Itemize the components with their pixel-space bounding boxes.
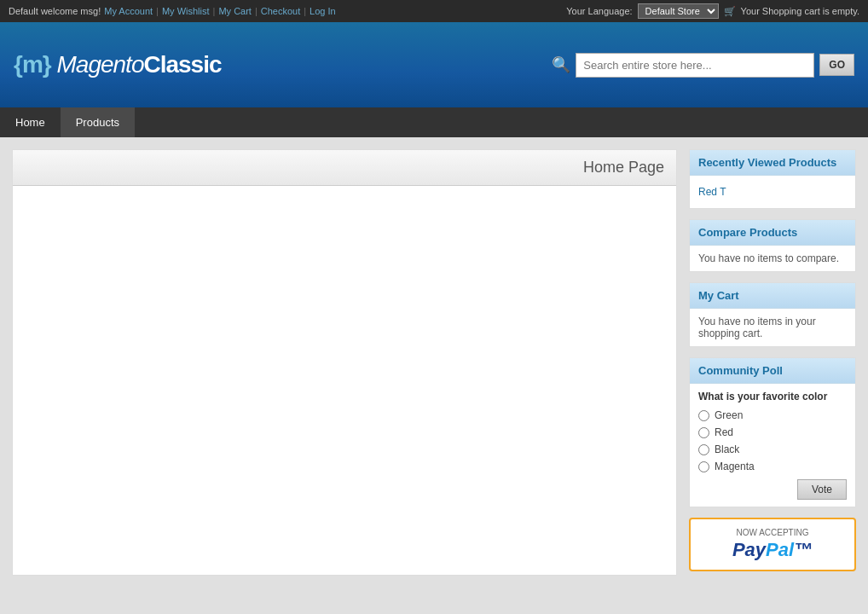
poll-radio-magenta[interactable]: [698, 461, 709, 472]
compare-products-header: Compare Products: [690, 220, 855, 246]
community-poll-box: Community Poll What is your favorite col…: [689, 357, 856, 507]
vote-button[interactable]: Vote: [797, 479, 847, 500]
compare-empty-message: You have no items to compare.: [698, 252, 839, 264]
checkout-link[interactable]: Checkout: [261, 6, 300, 16]
poll-label-black: Black: [715, 443, 739, 455]
recently-viewed-body: Red T: [690, 176, 855, 208]
community-poll-body: What is your favorite color Green Red Bl…: [690, 384, 855, 507]
logo[interactable]: {m} MagentoClassic: [14, 51, 222, 78]
logo-classic: Classic: [143, 51, 221, 78]
paypal-logo-pal: Pal: [766, 539, 794, 560]
welcome-message: Default welcome msg!: [9, 6, 101, 16]
cart-empty-message: You have no items in your shopping cart.: [698, 316, 816, 339]
poll-option-red: Red: [698, 426, 847, 438]
main-nav: Home Products: [0, 107, 868, 137]
poll-option-black: Black: [698, 443, 847, 455]
search-bar: 🔍 GO: [552, 53, 854, 78]
my-cart-box: My Cart You have no items in your shoppi…: [689, 282, 856, 347]
recently-viewed-box: Recently Viewed Products Red T: [689, 149, 856, 209]
store-select[interactable]: Default Store: [638, 3, 719, 19]
top-bar: Default welcome msg! My Account | My Wis…: [0, 0, 868, 22]
nav-item-products[interactable]: Products: [61, 107, 135, 137]
poll-label-red: Red: [715, 426, 733, 438]
sidebar: Recently Viewed Products Red T Compare P…: [689, 149, 856, 576]
header: {m} MagentoClassic 🔍 GO: [0, 22, 868, 107]
poll-option-green: Green: [698, 409, 847, 421]
search-icon: 🔍: [552, 55, 570, 74]
content-area: Home Page: [12, 149, 677, 576]
my-cart-link[interactable]: My Cart: [218, 6, 252, 16]
compare-products-body: You have no items to compare.: [690, 246, 855, 271]
poll-label-magenta: Magenta: [715, 460, 755, 472]
poll-question: What is your favorite color: [698, 391, 847, 403]
poll-option-magenta: Magenta: [698, 460, 847, 472]
content-body: [13, 186, 676, 570]
search-input[interactable]: [576, 53, 814, 78]
poll-label-green: Green: [715, 409, 743, 421]
main-content: Home Page Recently Viewed Products Red T…: [0, 137, 868, 588]
nav-item-home[interactable]: Home: [0, 107, 61, 137]
recently-viewed-item[interactable]: Red T: [698, 182, 847, 201]
top-bar-left: Default welcome msg! My Account | My Wis…: [9, 6, 336, 16]
poll-radio-black[interactable]: [698, 444, 709, 455]
my-account-link[interactable]: My Account: [104, 6, 153, 16]
paypal-logo: PayPal™: [699, 539, 846, 561]
my-cart-header: My Cart: [690, 283, 855, 309]
poll-radio-green[interactable]: [698, 410, 709, 421]
paypal-banner[interactable]: NOW ACCEPTING PayPal™: [689, 518, 856, 571]
poll-radio-red[interactable]: [698, 427, 709, 438]
community-poll-header: Community Poll: [690, 358, 855, 384]
compare-products-box: Compare Products You have no items to co…: [689, 219, 856, 272]
my-wishlist-link[interactable]: My Wishlist: [162, 6, 210, 16]
recently-viewed-header: Recently Viewed Products: [690, 150, 855, 176]
page-title: Home Page: [13, 150, 676, 186]
log-in-link[interactable]: Log In: [310, 6, 336, 16]
paypal-now-accepting: NOW ACCEPTING: [699, 528, 846, 537]
search-button[interactable]: GO: [819, 54, 854, 76]
language-label: Your Language:: [566, 6, 632, 16]
my-cart-body: You have no items in your shopping cart.: [690, 309, 855, 346]
cart-status-text: Your Shopping cart is empty.: [741, 6, 859, 16]
paypal-logo-pp: Pay: [732, 539, 766, 560]
logo-magento: Magento: [56, 51, 143, 78]
logo-bracket: {m}: [14, 51, 51, 78]
top-bar-right: Your Language: Default Store 🛒 Your Shop…: [566, 3, 859, 19]
cart-icon: 🛒: [724, 6, 736, 17]
